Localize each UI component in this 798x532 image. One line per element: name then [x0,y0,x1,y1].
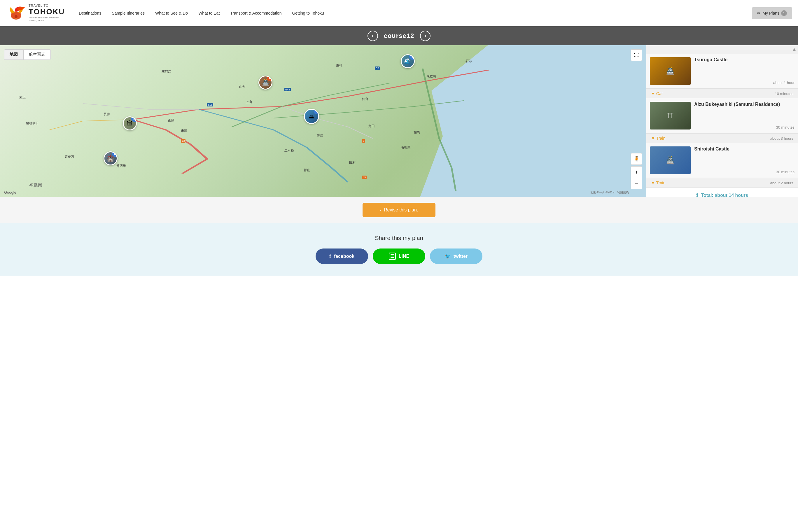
shiroishi-castle-image: 🏯 [650,147,691,174]
person-icon: 🧍 [633,155,640,163]
pencil-icon: ✏ [757,11,761,16]
logo: TRAVEL TO TOHOKU The official tourism we… [6,4,65,22]
my-plans-label: My Plans [762,11,779,16]
map-prefecture-label: 福島県 [29,183,42,188]
map-pin-3[interactable]: ⛰ 3 [304,109,319,124]
tohoku-bird-logo [6,4,26,22]
transport-train-2-time: about 2 hours [770,181,793,185]
revise-section: ‹ Revise this plan. [0,197,798,223]
share-line-label: LINE [399,254,409,259]
main-content: 東根 仙台 寒河江 山形 上山 南陽 長井 米沢 磐梯朝日 角田 伊達 相馬 喜… [0,45,798,197]
map-person-button[interactable]: 🧍 [631,153,642,165]
shiroishi-castle-duration: 30 minutes [694,170,795,174]
map-area: 東根 仙台 寒河江 山形 上山 南陽 長井 米沢 磐梯朝日 角田 伊達 相馬 喜… [0,45,646,197]
transport-train-1-time: about 3 hours [770,136,793,140]
share-twitter-button[interactable]: 🐦 twitter [430,248,482,264]
aizu-bukeyashiki-name: Aizu Bukeyashiki (Samurai Residence) [694,102,795,107]
share-twitter-label: twitter [454,254,468,259]
google-logo: Google [4,190,16,194]
expand-icon: ⛶ [634,53,639,58]
course-next-button[interactable]: › [420,31,431,41]
transport-train-1-link[interactable]: ▼ Train [651,136,665,140]
map-pin-6[interactable]: 🌊 6 [401,54,415,68]
map-view-controls: 地図 航空写真 [4,49,51,60]
svg-point-1 [15,15,18,18]
plans-count: 1 [781,10,787,16]
tsuruga-castle-image: 🏯 [650,57,691,85]
course-title: course12 [384,32,415,40]
total-label: Total: about 14 hours [701,193,748,197]
itinerary-item-tsuruga-castle: 🏯 Tsuruga Castle about 1 hour [646,54,798,89]
map-view-map-button[interactable]: 地図 [4,49,23,60]
nav-getting-to-tohoku[interactable]: Getting to Tohoku [287,0,329,26]
map-expand-button[interactable]: ⛶ [631,49,642,61]
aizu-bukeyashiki-info: Aizu Bukeyashiki (Samurai Residence) 30 … [694,102,795,130]
tsuruga-castle-info: Tsuruga Castle about 1 hour [694,57,795,85]
share-facebook-button[interactable]: f facebook [316,248,368,264]
line-icon: ☰ [389,252,396,260]
nav-what-to-eat[interactable]: What to Eat [193,0,225,26]
logo-text: TRAVEL TO TOHOKU The official tourism we… [28,4,65,22]
aizu-bukeyashiki-image: ⛩ [650,102,691,130]
tsuruga-castle-duration: about 1 hour [694,80,795,85]
map-zoom-in-button[interactable]: + [631,166,642,178]
facebook-icon: f [329,253,331,259]
logo-travel-to: TRAVEL TO [28,4,65,7]
logo-tohoku: TOHOKU [28,7,65,16]
itinerary-item-shiroishi-castle: 🏯 Shiroishi Castle 30 minutes [646,143,798,178]
transport-train-1: ▼ Train about 3 hours [646,133,798,143]
shiroishi-castle-info: Shiroishi Castle 30 minutes [694,147,795,174]
total-bar: ℹ Total: about 14 hours [646,188,798,197]
train-down-icon-1: ▼ [651,136,655,140]
car-down-icon: ▼ [651,91,655,96]
aizu-bukeyashiki-duration: 30 minutes [694,125,795,130]
transport-train-2-link[interactable]: ▼ Train [651,180,665,185]
share-line-button[interactable]: ☰ LINE [373,248,425,264]
nav-destinations[interactable]: Destinations [74,0,107,26]
transport-car-label: Car [656,91,663,96]
panel-scroll-top: ▲ [646,45,798,54]
nav-what-to-see-do[interactable]: What to See & Do [150,0,193,26]
map-zoom-out-button[interactable]: − [631,178,642,189]
map-view-aerial-button[interactable]: 航空写真 [23,49,51,60]
map-pin-2[interactable]: 🏰 2 [103,151,117,165]
share-title: Share this my plan [6,235,792,242]
train-down-icon-2: ▼ [651,180,655,185]
nav-sample-itineraries[interactable]: Sample Itineraries [107,0,150,26]
revise-label: Revise this plan. [384,207,418,213]
revise-button[interactable]: ‹ Revise this plan. [363,203,436,217]
shiroishi-castle-name: Shiroishi Castle [694,147,795,152]
twitter-icon: 🐦 [445,253,451,259]
right-panel: ▲ 🏯 Tsuruga Castle about 1 hour ▼ Car 10… [646,45,798,197]
map-copyright: 地図データ ©2019 利用規約 [590,190,629,194]
my-plans-button[interactable]: ✏ My Plans 1 [752,7,792,19]
share-facebook-label: facebook [334,254,354,259]
transport-train-2-label: Train [656,180,665,185]
revise-arrow-icon: ‹ [380,207,381,213]
transport-car: ▼ Car 10 minutes [646,89,798,98]
header: TRAVEL TO TOHOKU The official tourism we… [0,0,798,26]
main-nav: Destinations Sample Itineraries What to … [74,0,752,26]
tsuruga-castle-name: Tsuruga Castle [694,57,795,62]
logo-tagline: The official tourism website ofTohoku, J… [28,16,65,22]
course-prev-button[interactable]: ‹ [367,31,378,41]
transport-car-time: 10 minutes [775,92,793,96]
info-icon: ℹ [696,193,698,197]
scroll-up-icon[interactable]: ▲ [792,46,797,52]
transport-train-2: ▼ Train about 2 hours [646,178,798,188]
itinerary-item-aizu-bukeyashiki: ⛩ Aizu Bukeyashiki (Samurai Residence) 3… [646,98,798,133]
nav-transport-accommodation[interactable]: Transport & Accommodation [225,0,287,26]
transport-car-link[interactable]: ▼ Car [651,91,663,96]
share-buttons: f facebook ☰ LINE 🐦 twitter [6,248,792,264]
share-section: Share this my plan f facebook ☰ LINE 🐦 t… [0,223,798,276]
transport-train-1-label: Train [656,136,665,140]
course-bar: ‹ course12 › [0,26,798,45]
